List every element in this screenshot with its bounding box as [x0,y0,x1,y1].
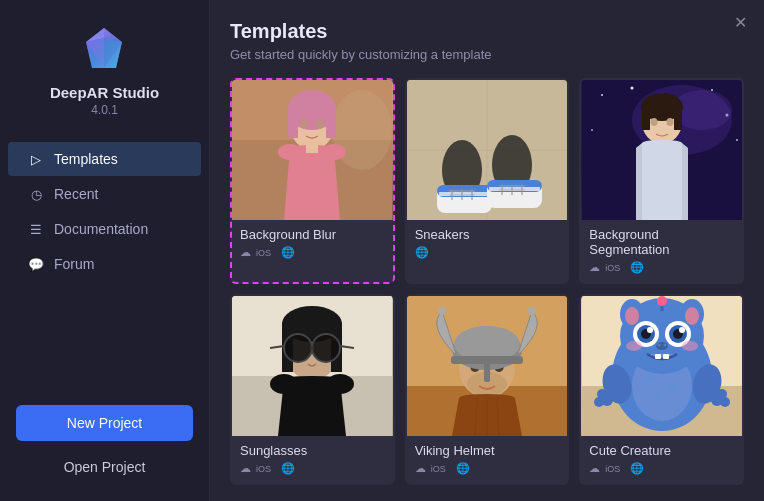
app-title: DeepAR Studio [50,84,159,101]
sidebar-item-forum[interactable]: 💬 Forum [8,247,201,281]
svg-point-86 [528,307,536,315]
template-grid: Background Blur ☁ iOS 🌐 [230,78,744,485]
template-name-sunglasses: Sunglasses [240,443,385,458]
ios-icon: iOS [431,464,446,474]
cloud-icon: ☁ [415,462,426,475]
svg-point-113 [657,344,660,347]
template-thumbnail-cute-creature [581,296,742,436]
template-info-viking-helmet: Viking Helmet ☁ iOS 🌐 [407,436,568,483]
template-platforms-sneakers: 🌐 [415,246,560,259]
forum-icon: 💬 [28,257,44,272]
template-platforms-sunglasses: ☁ iOS 🌐 [240,462,385,475]
svg-rect-116 [663,354,669,359]
sidebar-item-recent[interactable]: ◷ Recent [8,177,201,211]
template-platforms-background-segmentation: ☁ iOS 🌐 [589,261,734,274]
svg-point-127 [655,393,661,399]
ios-icon: iOS [256,464,271,474]
close-button[interactable]: ✕ [728,10,752,34]
svg-point-47 [736,139,738,141]
svg-point-72 [326,374,354,394]
sidebar-buttons: New Project Open Project [0,405,209,485]
svg-point-110 [626,341,642,351]
svg-rect-53 [674,106,682,130]
recent-icon: ◷ [28,187,44,202]
svg-point-114 [663,344,666,347]
template-thumbnail-background-segmentation [581,80,742,220]
svg-point-112 [656,342,668,350]
svg-point-55 [666,118,673,126]
ios-icon: iOS [256,248,271,258]
svg-rect-12 [288,108,298,138]
cloud-icon: ☁ [589,462,600,475]
svg-point-17 [322,144,346,160]
svg-point-111 [682,341,698,351]
sidebar-item-label: Templates [54,151,118,167]
main-content: ✕ Templates Get started quickly by custo… [210,0,764,501]
template-card-sunglasses[interactable]: Sunglasses ☁ iOS 🌐 [230,294,395,485]
template-name-sneakers: Sneakers [415,227,560,242]
page-subtitle: Get started quickly by customizing a tem… [230,47,744,62]
cloud-icon: ☁ [240,246,251,259]
svg-rect-68 [310,346,314,350]
template-info-sneakers: Sneakers 🌐 [407,220,568,267]
svg-point-44 [711,89,713,91]
template-name-cute-creature: Cute Creature [589,443,734,458]
web-icon: 🌐 [281,246,295,259]
nav-list: ▷ Templates ◷ Recent ☰ Documentation 💬 F… [0,141,209,282]
svg-point-85 [438,307,446,315]
template-thumbnail-background-blur [232,80,393,220]
template-name-background-segmentation: Background Segmentation [589,227,734,257]
template-info-sunglasses: Sunglasses ☁ iOS 🌐 [232,436,393,483]
svg-point-71 [270,374,298,394]
template-platforms-background-blur: ☁ iOS 🌐 [240,246,385,259]
sidebar-item-label: Recent [54,186,98,202]
sidebar-item-documentation[interactable]: ☰ Documentation [8,212,201,246]
template-card-cute-creature[interactable]: Cute Creature ☁ iOS 🌐 [579,294,744,485]
template-card-background-blur[interactable]: Background Blur ☁ iOS 🌐 [230,78,395,284]
svg-point-46 [591,129,593,131]
sidebar-item-templates[interactable]: ▷ Templates [8,142,201,176]
web-icon: 🌐 [630,261,644,274]
svg-point-54 [650,118,657,126]
svg-point-15 [316,119,324,129]
template-card-sneakers[interactable]: Sneakers 🌐 [405,78,570,284]
new-project-button[interactable]: New Project [16,405,193,441]
svg-rect-52 [642,106,650,130]
template-card-background-segmentation[interactable]: Background Segmentation ☁ iOS 🌐 [579,78,744,284]
ios-icon: iOS [605,464,620,474]
template-platforms-viking-helmet: ☁ iOS 🌐 [415,462,560,475]
logo-container: DeepAR Studio 4.0.1 [50,24,159,117]
svg-point-99 [685,307,699,325]
svg-rect-84 [484,362,490,382]
web-icon: 🌐 [281,462,295,475]
svg-point-14 [300,119,308,129]
app-version: 4.0.1 [91,103,118,117]
web-icon: 🌐 [415,246,429,259]
svg-rect-115 [655,354,661,359]
template-thumbnail-sunglasses [232,296,393,436]
svg-point-16 [278,144,302,160]
web-icon: 🌐 [456,462,470,475]
template-info-cute-creature: Cute Creature ☁ iOS 🌐 [581,436,742,483]
svg-point-126 [667,383,677,393]
svg-point-109 [679,327,685,333]
sidebar: DeepAR Studio 4.0.1 ▷ Templates ◷ Recent… [0,0,210,501]
svg-rect-13 [326,108,336,138]
cloud-icon: ☁ [240,462,251,475]
svg-point-125 [646,374,654,382]
svg-point-97 [625,307,639,325]
template-info-background-segmentation: Background Segmentation ☁ iOS 🌐 [581,220,742,282]
svg-point-101 [657,296,667,306]
svg-point-42 [630,87,633,90]
template-thumbnail-sneakers [407,80,568,220]
template-name-background-blur: Background Blur [240,227,385,242]
deepar-logo-icon [78,24,130,76]
cloud-icon: ☁ [589,261,600,274]
svg-point-105 [647,327,653,333]
template-card-viking-helmet[interactable]: Viking Helmet ☁ iOS 🌐 [405,294,570,485]
template-info-background-blur: Background Blur ☁ iOS 🌐 [232,220,393,267]
template-thumbnail-viking-helmet [407,296,568,436]
open-project-button[interactable]: Open Project [16,449,193,485]
sidebar-item-label: Forum [54,256,94,272]
svg-point-124 [720,397,730,407]
